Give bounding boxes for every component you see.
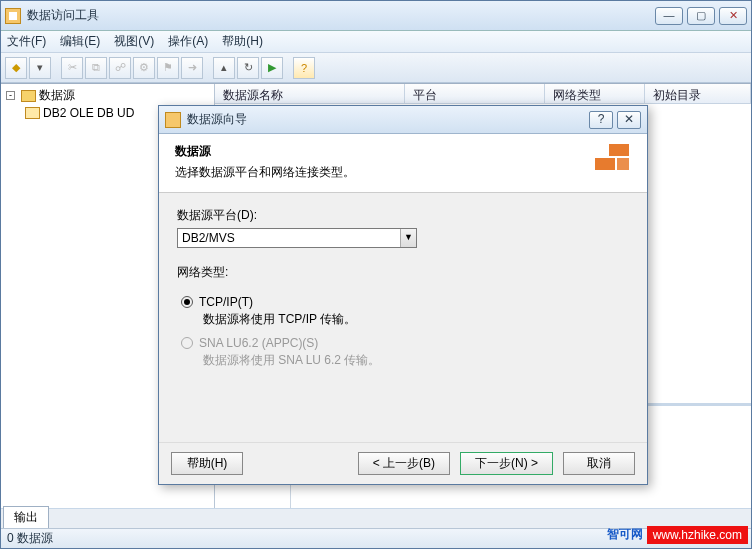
platform-label: 数据源平台(D):: [177, 207, 629, 224]
radio-sna-row: SNA LU6.2 (APPC)(S): [181, 336, 629, 350]
dialog-header: 数据源 选择数据源平台和网络连接类型。: [159, 134, 647, 193]
toolbar-separator: [53, 57, 59, 79]
platform-combo[interactable]: DB2/MVS ▼: [177, 228, 417, 248]
app-icon: [5, 8, 21, 24]
toolbar-copy-icon[interactable]: ⧉: [85, 57, 107, 79]
toolbar-help-icon[interactable]: ?: [293, 57, 315, 79]
list-header: 数据源名称 平台 网络类型 初始目录: [215, 84, 751, 104]
back-button[interactable]: < 上一步(B): [358, 452, 450, 475]
menu-help[interactable]: 帮助(H): [222, 33, 263, 50]
dialog-footer: 帮助(H) < 上一步(B) 下一步(N) > 取消: [159, 442, 647, 484]
toolbar-new-icon[interactable]: ◆: [5, 57, 27, 79]
toolbar-gear-icon[interactable]: ⚙: [133, 57, 155, 79]
dialog-help-button[interactable]: ?: [589, 111, 613, 129]
toolbar-separator: [205, 57, 211, 79]
menu-file[interactable]: 文件(F): [7, 33, 46, 50]
window-title: 数据访问工具: [27, 7, 655, 24]
radio-group-nettype: TCP/IP(T) 数据源将使用 TCP/IP 传输。 SNA LU6.2 (A…: [181, 295, 629, 369]
folder-icon: [21, 90, 36, 102]
col-catalog[interactable]: 初始目录: [645, 84, 751, 103]
radio-tcpip-desc: 数据源将使用 TCP/IP 传输。: [203, 311, 629, 328]
watermark: 智可网 www.hzhike.com: [603, 524, 748, 545]
toolbar-refresh-icon[interactable]: ↻: [237, 57, 259, 79]
status-text: 0 数据源: [7, 530, 53, 547]
toolbar-up-icon[interactable]: ▴: [213, 57, 235, 79]
toolbar-arrow-icon[interactable]: ➜: [181, 57, 203, 79]
tree-collapse-icon[interactable]: -: [6, 91, 15, 100]
toolbar-dropdown-icon[interactable]: ▾: [29, 57, 51, 79]
dialog-close-button[interactable]: ✕: [617, 111, 641, 129]
menu-bar: 文件(F) 编辑(E) 视图(V) 操作(A) 帮助(H): [1, 31, 751, 53]
toolbar-separator: [285, 57, 291, 79]
menu-action[interactable]: 操作(A): [168, 33, 208, 50]
dialog-title-bar: 数据源向导 ? ✕: [159, 106, 647, 134]
minimize-button[interactable]: —: [655, 7, 683, 25]
tree-child-label: DB2 OLE DB UD: [43, 106, 134, 120]
radio-tcpip-row[interactable]: TCP/IP(T): [181, 295, 629, 309]
next-button[interactable]: 下一步(N) >: [460, 452, 553, 475]
dialog-title: 数据源向导: [187, 111, 585, 128]
toolbar-paste-icon[interactable]: ☍: [109, 57, 131, 79]
dropdown-arrow-icon[interactable]: ▼: [400, 229, 416, 247]
col-platform[interactable]: 平台: [405, 84, 545, 103]
watermark-brand: 智可网: [603, 524, 647, 545]
dialog-icon: [165, 112, 181, 128]
toolbar-flag-icon[interactable]: ⚑: [157, 57, 179, 79]
toolbar-cut-icon[interactable]: ✂: [61, 57, 83, 79]
toolbar-run-icon[interactable]: ▶: [261, 57, 283, 79]
tree-root-row[interactable]: - 数据源: [3, 87, 212, 104]
dialog-body: 数据源平台(D): DB2/MVS ▼ 网络类型: TCP/IP(T) 数据源将…: [159, 193, 647, 442]
wizard-glyph-icon: [587, 142, 631, 182]
col-name[interactable]: 数据源名称: [215, 84, 405, 103]
radio-tcpip[interactable]: [181, 296, 193, 308]
radio-tcpip-label: TCP/IP(T): [199, 295, 253, 309]
wizard-dialog: 数据源向导 ? ✕ 数据源 选择数据源平台和网络连接类型。 数据源平台(D): …: [158, 105, 648, 485]
maximize-button[interactable]: ▢: [687, 7, 715, 25]
col-nettype[interactable]: 网络类型: [545, 84, 645, 103]
folder-open-icon: [25, 107, 40, 119]
menu-edit[interactable]: 编辑(E): [60, 33, 100, 50]
menu-view[interactable]: 视图(V): [114, 33, 154, 50]
toolbar: ◆ ▾ ✂ ⧉ ☍ ⚙ ⚑ ➜ ▴ ↻ ▶ ?: [1, 53, 751, 83]
radio-sna: [181, 337, 193, 349]
tree-root-label: 数据源: [39, 87, 75, 104]
tab-output[interactable]: 输出: [3, 506, 49, 528]
title-bar: 数据访问工具 — ▢ ✕: [1, 1, 751, 31]
dialog-subheading: 选择数据源平台和网络连接类型。: [175, 164, 587, 181]
radio-sna-label: SNA LU6.2 (APPC)(S): [199, 336, 318, 350]
close-button[interactable]: ✕: [719, 7, 747, 25]
dialog-heading: 数据源: [175, 143, 587, 160]
help-button[interactable]: 帮助(H): [171, 452, 243, 475]
platform-value: DB2/MVS: [178, 231, 400, 245]
window-controls: — ▢ ✕: [655, 7, 747, 25]
nettype-label: 网络类型:: [177, 264, 629, 281]
cancel-button[interactable]: 取消: [563, 452, 635, 475]
radio-sna-desc: 数据源将使用 SNA LU 6.2 传输。: [203, 352, 629, 369]
watermark-url: www.hzhike.com: [647, 526, 748, 544]
